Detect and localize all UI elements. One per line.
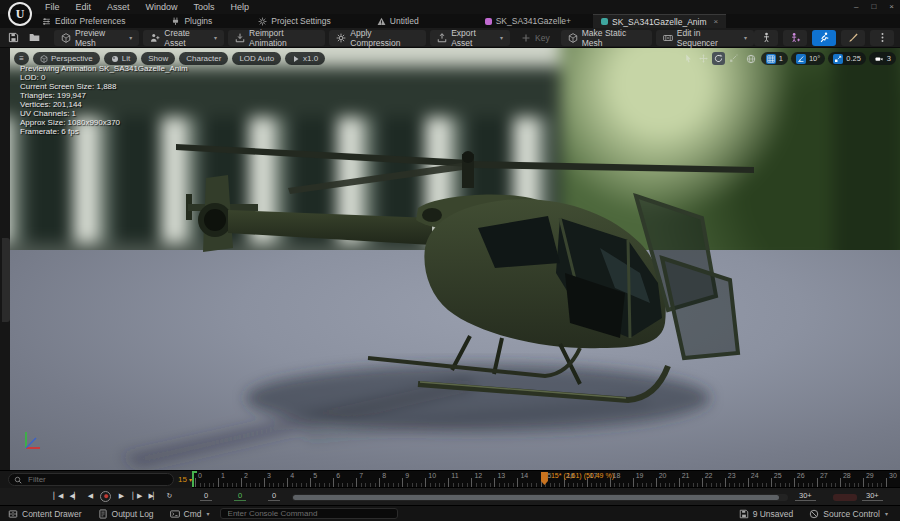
collapsed-panel-tab[interactable]	[2, 238, 10, 322]
percentage-field[interactable]: 0	[268, 491, 280, 501]
stat-line: Framerate: 6 fps	[20, 127, 188, 136]
cmd-button[interactable]: Cmd ▾	[162, 506, 218, 521]
rotation-snap[interactable]: 10°	[791, 52, 825, 65]
ruler-frame-label: 11	[451, 472, 458, 479]
create-asset-button[interactable]: Create Asset ▾	[143, 30, 224, 46]
preview-mesh-button[interactable]: Preview Mesh ▾	[54, 30, 139, 46]
animation-mode-button[interactable]	[812, 30, 836, 46]
minimize-button[interactable]: –	[854, 0, 858, 13]
reimport-animation-button[interactable]: Reimport Animation	[228, 30, 325, 46]
apply-compression-button[interactable]: Apply Compression	[329, 30, 426, 46]
search-icon	[14, 476, 22, 484]
grid-snap[interactable]: 1	[761, 52, 788, 65]
ruler-frame-label: 30	[889, 472, 897, 479]
chevron-down-icon: ▾	[129, 34, 132, 41]
menu-item[interactable]: File	[38, 1, 67, 13]
status-bar: Content Drawer Output Log Cmd ▾	[0, 505, 900, 521]
menu-item[interactable]: Tools	[187, 1, 222, 13]
tab-sk-sa341gazelle[interactable]: SK_SA341Gazelle+	[477, 14, 579, 28]
unreal-editor-window: U FileEditAssetWindowToolsHelp –□× Edito…	[0, 0, 900, 521]
untitled-level-button[interactable]: Untitled	[371, 14, 425, 28]
current-frame-badge[interactable]: 15▾	[178, 475, 192, 484]
edit-in-sequencer-button[interactable]: Edit in Sequencer ▾	[656, 30, 754, 46]
menu-item[interactable]: Asset	[100, 1, 137, 13]
unsaved-button[interactable]: 9 Unsaved	[731, 506, 802, 521]
play-backward-button[interactable]: ◀	[84, 490, 96, 502]
menu-item[interactable]: Edit	[69, 1, 99, 13]
preview-viewport[interactable]: ≡ Perspective Lit Show	[0, 48, 900, 470]
scale-snap[interactable]: 0.25	[828, 52, 866, 65]
world-local-toggle[interactable]	[745, 52, 758, 65]
key-button[interactable]: Key	[514, 30, 557, 46]
tab-close-icon[interactable]: ×	[714, 17, 719, 26]
skeleton-button[interactable]	[754, 30, 778, 46]
ruler-frame-label: 0	[198, 472, 202, 479]
rotate-tool[interactable]	[712, 52, 725, 65]
ruler-frame-label: 26	[797, 472, 805, 479]
save-button[interactable]	[5, 30, 21, 45]
browse-to-asset-button[interactable]	[26, 30, 42, 45]
unreal-engine-logo-icon[interactable]: U	[8, 2, 32, 26]
project-settings-button[interactable]: Project Settings	[252, 14, 337, 28]
timeline-filter[interactable]	[8, 473, 174, 486]
character-menu[interactable]: Character	[179, 52, 228, 65]
timeline-ruler[interactable]: 0123456789101112131415161718192021222324…	[192, 471, 900, 488]
range-start-marker	[192, 471, 194, 487]
select-tool[interactable]	[682, 52, 695, 65]
current-time-field[interactable]: 0	[234, 491, 246, 501]
filter-input[interactable]	[26, 474, 168, 485]
timeline-controls-row: ▏◀◀▏◀●▶▏▶▶▏↻ 0 0 0 30+ 30+	[0, 488, 900, 506]
timeline-scrollbar-thumb[interactable]	[293, 495, 779, 500]
ruler-frame-label: 8	[382, 472, 386, 479]
step-backward-button[interactable]: ◀▏	[68, 490, 80, 502]
toggle-looping-button[interactable]: ↻	[163, 490, 175, 502]
animation-timeline: 15▾ 012345678910111213141516171819202122…	[0, 470, 900, 505]
play-forward-button[interactable]: ▶	[115, 490, 127, 502]
ruler-frame-label: 23	[728, 472, 736, 479]
move-tool[interactable]	[697, 52, 710, 65]
range-zoom-bar[interactable]	[833, 494, 857, 501]
ruler-frame-label: 13	[497, 472, 505, 479]
paint-button[interactable]	[841, 30, 865, 46]
tab-sk-sa341gazelle-anim[interactable]: SK_SA341Gazelle_Anim ×	[593, 14, 726, 28]
go-to-end-button[interactable]: ▶▏	[147, 490, 159, 502]
asset-type-icon	[485, 18, 492, 25]
more-options-button[interactable]	[870, 30, 894, 46]
record-button[interactable]: ●	[100, 491, 111, 502]
range-end-field[interactable]: 30+	[795, 491, 816, 501]
collapsed-panel-strip[interactable]	[0, 48, 10, 470]
go-to-front-button[interactable]: ▏◀	[52, 490, 64, 502]
chevron-down-icon: ▾	[207, 510, 210, 517]
range-end-field-2[interactable]: 30+	[862, 491, 883, 501]
viewport-options-menu[interactable]: ≡	[14, 52, 29, 65]
console-input[interactable]	[226, 508, 392, 519]
menu-item[interactable]: Help	[224, 1, 257, 13]
show-menu[interactable]: Show	[141, 52, 175, 65]
step-forward-button[interactable]: ▏▶	[131, 490, 143, 502]
current-frame-field[interactable]: 0	[200, 491, 212, 501]
export-asset-button[interactable]: Export Asset ▾	[430, 30, 510, 46]
menu-item[interactable]: Window	[139, 1, 185, 13]
output-log-button[interactable]: Output Log	[90, 506, 162, 521]
ruler-frame-label: 6	[336, 472, 340, 479]
playback-speed-menu[interactable]: x1.0	[285, 52, 325, 65]
editor-preferences-button[interactable]: Editor Preferences	[36, 14, 131, 28]
plugins-button[interactable]: Plugins	[165, 14, 218, 28]
lod-menu[interactable]: LOD Auto	[232, 52, 281, 65]
axis-gizmo-icon	[18, 424, 48, 454]
chevron-down-icon: ▾	[744, 34, 747, 41]
preview-skeleton-star-button[interactable]	[783, 30, 807, 46]
source-control-button[interactable]: Source Control ▾	[801, 506, 896, 521]
close-button[interactable]: ×	[889, 0, 894, 13]
maximize-button[interactable]: □	[871, 0, 876, 13]
make-static-mesh-button[interactable]: Make Static Mesh	[561, 30, 652, 46]
perspective-menu[interactable]: Perspective	[33, 52, 100, 65]
scale-tool[interactable]	[727, 52, 740, 65]
stat-line: Approx Size: 1080x990x370	[20, 118, 188, 127]
console-command-box[interactable]	[220, 508, 398, 519]
view-mode-menu[interactable]: Lit	[104, 52, 137, 65]
camera-speed[interactable]: 3	[869, 52, 896, 65]
timeline-scrollbar[interactable]	[292, 494, 788, 501]
stat-line: LOD: 0	[20, 73, 188, 82]
content-drawer-button[interactable]: Content Drawer	[0, 506, 90, 521]
